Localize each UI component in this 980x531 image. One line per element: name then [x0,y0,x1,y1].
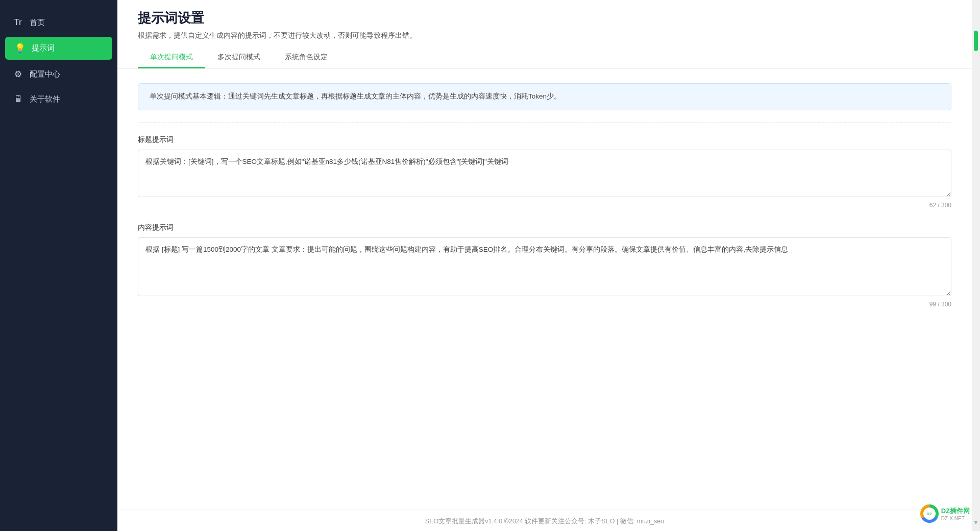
footer: SEO文章批量生成器v1.4.0 ©2024 软件更新关注公众号: 木子SEO … [117,510,972,531]
prompt-icon: 💡 [14,43,26,54]
dz-logo: DZ DZ插件网 DZ-X.NET [920,504,970,523]
page-header: 提示词设置 根据需求，提供自定义生成内容的提示词，不要进行较大改动，否则可能导致… [117,0,972,69]
content-prompt-label: 内容提示词 [138,223,951,232]
dz-badge-text: DZ插件网 [941,506,970,516]
sidebar-item-label: 提示词 [32,43,55,53]
info-box-text: 单次提问模式基本逻辑：通过关键词先生成文章标题，再根据标题生成文章的主体内容，优… [150,92,561,100]
content-prompt-section: 内容提示词 根据 [标题] 写一篇1500到2000字的文章 文章要求：提出可能… [138,223,951,308]
scrollbar-thumb[interactable] [974,31,978,51]
tab-bar: 单次提问模式 多次提问模式 系统角色设定 [138,47,951,68]
main-content: 提示词设置 根据需求，提供自定义生成内容的提示词，不要进行较大改动，否则可能导致… [117,0,972,531]
tab-single[interactable]: 单次提问模式 [138,47,205,68]
about-icon: 🖥 [12,94,23,104]
tab-role[interactable]: 系统角色设定 [273,47,340,68]
title-char-count: 62 / 300 [138,202,951,209]
content-area: 单次提问模式基本逻辑：通过关键词先生成文章标题，再根据标题生成文章的主体内容，优… [117,69,972,510]
content-char-count: 99 / 300 [138,301,951,308]
divider [138,123,951,123]
sidebar: Tr 首页 💡 提示词 ⚙ 配置中心 🖥 关于软件 [0,0,117,531]
info-box: 单次提问模式基本逻辑：通过关键词先生成文章标题，再根据标题生成文章的主体内容，优… [138,83,951,110]
title-prompt-label: 标题提示词 [138,135,951,144]
tab-multi[interactable]: 多次提问模式 [205,47,273,68]
home-icon: Tr [12,17,23,28]
title-prompt-textarea[interactable]: 根据关键词：[关键词]，写一个SEO文章标题,例如"诺基亚n81多少钱(诺基亚N… [138,150,951,197]
sidebar-item-about[interactable]: 🖥 关于软件 [0,87,117,111]
content-prompt-textarea[interactable]: 根据 [标题] 写一篇1500到2000字的文章 文章要求：提出可能的问题，围绕… [138,237,951,296]
sidebar-item-label: 配置中心 [30,69,60,79]
dz-sub-text: DZ-X.NET [941,516,970,521]
title-prompt-section: 标题提示词 根据关键词：[关键词]，写一个SEO文章标题,例如"诺基亚n81多少… [138,135,951,209]
sidebar-item-label: 首页 [30,18,45,28]
sidebar-item-config[interactable]: ⚙ 配置中心 [0,62,117,87]
scrollbar-down-arrow[interactable]: ▼ [973,519,979,526]
config-icon: ⚙ [12,69,23,80]
footer-text: SEO文章批量生成器v1.4.0 ©2024 软件更新关注公众号: 木子SEO … [425,517,664,526]
sidebar-item-label: 关于软件 [30,94,60,104]
sidebar-item-prompt[interactable]: 💡 提示词 [5,37,112,60]
page-description: 根据需求，提供自定义生成内容的提示词，不要进行较大改动，否则可能导致程序出错。 [138,31,951,40]
sidebar-item-home[interactable]: Tr 首页 [0,10,117,35]
scrollbar[interactable]: ▼ [972,0,980,531]
page-title: 提示词设置 [138,9,951,27]
